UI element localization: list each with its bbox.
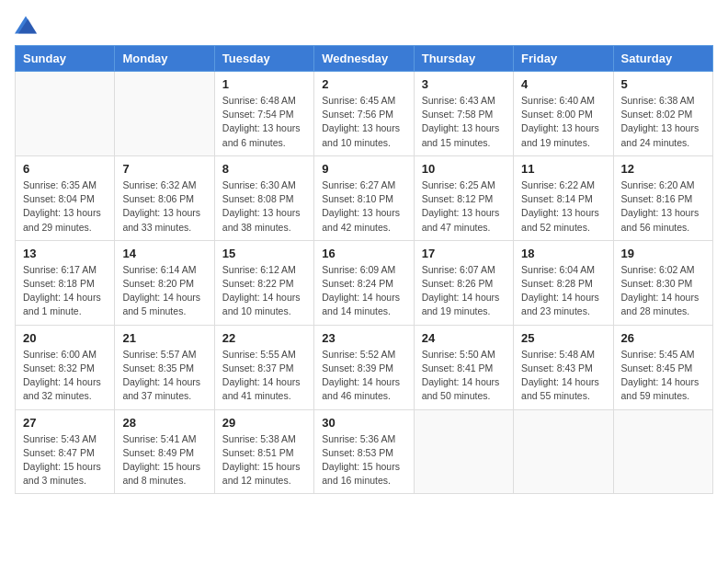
day-info: Sunrise: 6:12 AM Sunset: 8:22 PM Dayligh…: [222, 263, 306, 319]
calendar-day-cell: 7Sunrise: 6:32 AM Sunset: 8:06 PM Daylig…: [115, 155, 214, 240]
day-number: 28: [122, 416, 206, 430]
day-info: Sunrise: 6:25 AM Sunset: 8:12 PM Dayligh…: [422, 178, 506, 235]
day-number: 27: [23, 416, 107, 430]
calendar: SundayMondayTuesdayWednesdayThursdayFrid…: [15, 45, 713, 494]
day-number: 9: [322, 162, 405, 176]
day-number: 21: [122, 331, 206, 345]
day-info: Sunrise: 5:36 AM Sunset: 8:53 PM Dayligh…: [322, 432, 405, 488]
day-number: 4: [521, 77, 605, 91]
day-info: Sunrise: 6:04 AM Sunset: 8:28 PM Dayligh…: [521, 263, 605, 319]
calendar-week-row: 6Sunrise: 6:35 AM Sunset: 8:04 PM Daylig…: [16, 155, 713, 240]
day-number: 20: [23, 331, 107, 345]
header: [15, 15, 713, 34]
day-number: 24: [422, 331, 506, 345]
calendar-day-cell: 23Sunrise: 5:52 AM Sunset: 8:39 PM Dayli…: [314, 325, 414, 409]
day-number: 19: [621, 247, 705, 260]
calendar-day-cell: 14Sunrise: 6:14 AM Sunset: 8:20 PM Dayli…: [115, 240, 214, 325]
day-of-week-header: Wednesday: [314, 46, 414, 72]
day-info: Sunrise: 6:48 AM Sunset: 7:54 PM Dayligh…: [222, 94, 306, 150]
calendar-day-cell: 16Sunrise: 6:09 AM Sunset: 8:24 PM Dayli…: [314, 240, 414, 325]
calendar-day-cell: 10Sunrise: 6:25 AM Sunset: 8:12 PM Dayli…: [414, 155, 513, 240]
day-of-week-header: Thursday: [414, 46, 513, 72]
calendar-week-row: 27Sunrise: 5:43 AM Sunset: 8:47 PM Dayli…: [16, 409, 713, 494]
calendar-day-cell: 19Sunrise: 6:02 AM Sunset: 8:30 PM Dayli…: [613, 240, 712, 325]
day-info: Sunrise: 6:43 AM Sunset: 7:58 PM Dayligh…: [422, 94, 506, 150]
day-info: Sunrise: 5:48 AM Sunset: 8:43 PM Dayligh…: [521, 348, 605, 404]
calendar-day-cell: 17Sunrise: 6:07 AM Sunset: 8:26 PM Dayli…: [414, 240, 513, 325]
day-info: Sunrise: 5:41 AM Sunset: 8:49 PM Dayligh…: [122, 432, 206, 488]
calendar-day-cell: 13Sunrise: 6:17 AM Sunset: 8:18 PM Dayli…: [16, 240, 115, 325]
day-info: Sunrise: 6:27 AM Sunset: 8:10 PM Dayligh…: [322, 178, 405, 235]
day-info: Sunrise: 6:40 AM Sunset: 8:00 PM Dayligh…: [521, 94, 605, 150]
calendar-week-row: 13Sunrise: 6:17 AM Sunset: 8:18 PM Dayli…: [16, 240, 713, 325]
day-number: 12: [621, 162, 705, 176]
day-number: 3: [422, 77, 506, 91]
day-number: 30: [322, 416, 405, 430]
calendar-day-cell: 20Sunrise: 6:00 AM Sunset: 8:32 PM Dayli…: [16, 325, 115, 409]
day-info: Sunrise: 5:43 AM Sunset: 8:47 PM Dayligh…: [23, 432, 107, 488]
calendar-day-cell: 6Sunrise: 6:35 AM Sunset: 8:04 PM Daylig…: [16, 155, 115, 240]
calendar-day-cell: 3Sunrise: 6:43 AM Sunset: 7:58 PM Daylig…: [414, 72, 513, 156]
calendar-body: 1Sunrise: 6:48 AM Sunset: 7:54 PM Daylig…: [16, 72, 713, 494]
day-info: Sunrise: 6:38 AM Sunset: 8:02 PM Dayligh…: [621, 94, 705, 150]
calendar-day-cell: 11Sunrise: 6:22 AM Sunset: 8:14 PM Dayli…: [514, 155, 613, 240]
day-info: Sunrise: 6:45 AM Sunset: 7:56 PM Dayligh…: [322, 94, 405, 150]
day-info: Sunrise: 6:32 AM Sunset: 8:06 PM Dayligh…: [122, 178, 206, 235]
calendar-day-cell: 12Sunrise: 6:20 AM Sunset: 8:16 PM Dayli…: [613, 155, 712, 240]
logo-icon: [15, 16, 37, 34]
day-number: 14: [122, 247, 206, 260]
day-number: 26: [621, 331, 705, 345]
day-info: Sunrise: 6:17 AM Sunset: 8:18 PM Dayligh…: [23, 263, 107, 319]
day-number: 29: [222, 416, 306, 430]
day-of-week-header: Friday: [514, 46, 613, 72]
calendar-day-cell: 27Sunrise: 5:43 AM Sunset: 8:47 PM Dayli…: [16, 409, 115, 494]
day-info: Sunrise: 5:57 AM Sunset: 8:35 PM Dayligh…: [122, 348, 206, 404]
calendar-day-cell: 21Sunrise: 5:57 AM Sunset: 8:35 PM Dayli…: [115, 325, 214, 409]
day-info: Sunrise: 6:02 AM Sunset: 8:30 PM Dayligh…: [621, 263, 705, 319]
day-info: Sunrise: 6:20 AM Sunset: 8:16 PM Dayligh…: [621, 178, 705, 235]
calendar-day-cell: 30Sunrise: 5:36 AM Sunset: 8:53 PM Dayli…: [314, 409, 414, 494]
day-info: Sunrise: 6:30 AM Sunset: 8:08 PM Dayligh…: [222, 178, 306, 235]
day-info: Sunrise: 5:55 AM Sunset: 8:37 PM Dayligh…: [222, 348, 306, 404]
calendar-day-cell: 5Sunrise: 6:38 AM Sunset: 8:02 PM Daylig…: [613, 72, 712, 156]
calendar-day-cell: 26Sunrise: 5:45 AM Sunset: 8:45 PM Dayli…: [613, 325, 712, 409]
calendar-day-cell: [115, 72, 214, 156]
calendar-week-row: 1Sunrise: 6:48 AM Sunset: 7:54 PM Daylig…: [16, 72, 713, 156]
day-of-week-header: Monday: [115, 46, 214, 72]
calendar-day-cell: 24Sunrise: 5:50 AM Sunset: 8:41 PM Dayli…: [414, 325, 513, 409]
day-info: Sunrise: 5:45 AM Sunset: 8:45 PM Dayligh…: [621, 348, 705, 404]
day-number: 5: [621, 77, 705, 91]
calendar-day-cell: [613, 409, 712, 494]
day-number: 6: [23, 162, 107, 176]
day-number: 1: [222, 77, 306, 91]
calendar-day-cell: 18Sunrise: 6:04 AM Sunset: 8:28 PM Dayli…: [514, 240, 613, 325]
calendar-day-cell: 22Sunrise: 5:55 AM Sunset: 8:37 PM Dayli…: [214, 325, 313, 409]
logo: [15, 15, 40, 34]
calendar-day-cell: 9Sunrise: 6:27 AM Sunset: 8:10 PM Daylig…: [314, 155, 414, 240]
calendar-week-row: 20Sunrise: 6:00 AM Sunset: 8:32 PM Dayli…: [16, 325, 713, 409]
day-number: 17: [422, 247, 506, 260]
day-number: 8: [222, 162, 306, 176]
day-number: 7: [122, 162, 206, 176]
day-info: Sunrise: 6:14 AM Sunset: 8:20 PM Dayligh…: [122, 263, 206, 319]
day-info: Sunrise: 6:00 AM Sunset: 8:32 PM Dayligh…: [23, 348, 107, 404]
calendar-header: SundayMondayTuesdayWednesdayThursdayFrid…: [16, 46, 713, 72]
calendar-day-cell: 4Sunrise: 6:40 AM Sunset: 8:00 PM Daylig…: [514, 72, 613, 156]
day-of-week-header: Sunday: [16, 46, 115, 72]
calendar-day-cell: 1Sunrise: 6:48 AM Sunset: 7:54 PM Daylig…: [214, 72, 313, 156]
calendar-day-cell: [514, 409, 613, 494]
day-info: Sunrise: 6:35 AM Sunset: 8:04 PM Dayligh…: [23, 178, 107, 235]
calendar-day-cell: 25Sunrise: 5:48 AM Sunset: 8:43 PM Dayli…: [514, 325, 613, 409]
calendar-day-cell: 15Sunrise: 6:12 AM Sunset: 8:22 PM Dayli…: [214, 240, 313, 325]
day-number: 10: [422, 162, 506, 176]
day-of-week-header: Tuesday: [214, 46, 313, 72]
day-of-week-header: Saturday: [613, 46, 712, 72]
day-info: Sunrise: 6:22 AM Sunset: 8:14 PM Dayligh…: [521, 178, 605, 235]
day-number: 11: [521, 162, 605, 176]
day-number: 23: [322, 331, 405, 345]
calendar-day-cell: [16, 72, 115, 156]
day-number: 16: [322, 247, 405, 260]
day-number: 22: [222, 331, 306, 345]
day-info: Sunrise: 6:09 AM Sunset: 8:24 PM Dayligh…: [322, 263, 405, 319]
day-info: Sunrise: 5:50 AM Sunset: 8:41 PM Dayligh…: [422, 348, 506, 404]
